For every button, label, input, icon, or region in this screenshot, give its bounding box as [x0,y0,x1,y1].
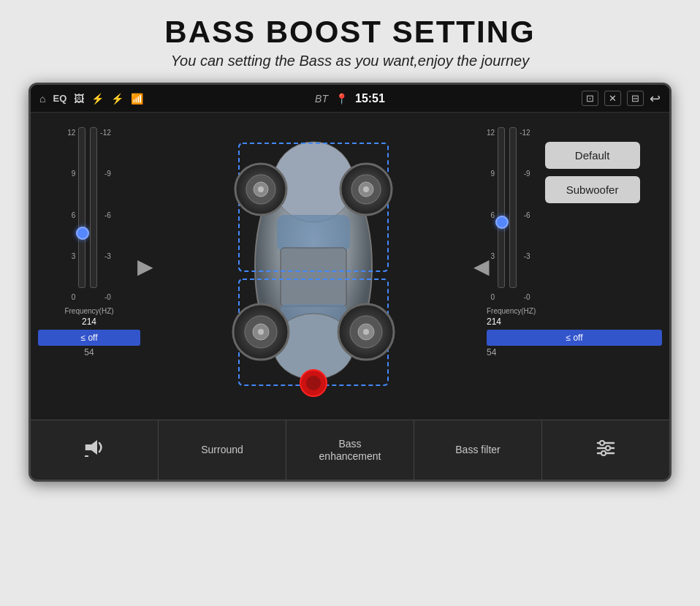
car-svg [226,135,401,398]
camera-btn[interactable]: ⊡ [582,91,598,106]
home-icon[interactable]: ⌂ [39,93,45,105]
svg-point-34 [601,451,606,455]
left-scale-labels-inner: -12 -9 -6 -3 -0 [100,127,110,303]
left-slider-section: ▶ 12 9 6 3 0 -12 - [31,113,148,420]
status-center: BT 📍 15:51 [315,92,385,105]
svg-marker-26 [86,440,97,455]
cast-btn[interactable]: ⊟ [627,91,644,106]
rscale-neg0: -0 [520,293,530,301]
nav-item-equalizer[interactable] [542,420,669,480]
left-track-1[interactable] [78,127,85,288]
header-section: BASS BOOST SETTING You can setting the B… [0,0,700,77]
nav-item-surround[interactable]: Surround [159,420,286,480]
scale-neg12: -12 [100,129,110,137]
nav-item-bass-filter[interactable]: Bass filter [414,420,542,480]
bass-filter-label: Bass filter [455,444,500,456]
right-slider-thumb[interactable] [495,216,509,229]
scale-neg6: -6 [100,211,110,219]
control-buttons: Default Subwoofer [538,142,640,203]
status-bar: ⌂ EQ 🖼 ⚡ ⚡ 📶 BT 📍 15:51 ⊡ ✕ ⊟ ↩ [31,85,669,113]
right-freq-label: Frequency(HZ) [487,307,536,315]
right-freq-value: 214 [487,317,501,327]
device-frame: ⌂ EQ 🖼 ⚡ ⚡ 📶 BT 📍 15:51 ⊡ ✕ ⊟ ↩ ▶ [28,83,672,482]
surround-label: Surround [201,444,243,456]
right-slider-section: ◀ 12 9 6 3 0 [479,113,669,420]
scale-9: 9 [67,170,75,178]
svg-point-11 [258,186,264,192]
car-image-wrapper [226,135,401,398]
svg-point-23 [363,329,369,335]
scale-3: 3 [67,252,75,260]
rscale-0: 0 [487,293,495,301]
scale-6: 6 [67,211,75,219]
back-btn[interactable]: ↩ [650,91,661,107]
nav-item-volume[interactable] [31,420,159,480]
svg-point-25 [306,376,321,390]
right-off-button[interactable]: ≤ off [487,330,662,346]
svg-point-19 [258,329,264,335]
right-slider-with-buttons: 12 9 6 3 0 -12 -9 [487,127,640,303]
main-content: ▶ 12 9 6 3 0 -12 - [31,113,669,420]
bass-enhance-label: Bass enhancement [319,438,381,463]
left-slider-thumb[interactable] [76,227,89,240]
left-arrow-right: ▶ [137,254,153,279]
right-arrow-left: ◀ [473,254,490,279]
bt-label: BT [315,93,328,105]
right-track-1[interactable] [498,127,505,288]
right-sub-value: 54 [487,347,496,357]
status-left-icons: ⌂ EQ 🖼 ⚡ ⚡ 📶 [39,93,315,105]
left-freq-value: 214 [82,317,96,327]
image-icon: 🖼 [74,93,84,105]
page-subtitle: You can setting the Bass as you want,enj… [0,53,700,69]
scale-neg3: -3 [100,252,110,260]
right-track-2[interactable] [509,127,517,288]
usb2-icon: ⚡ [111,93,123,105]
equalizer-icon [595,437,617,463]
left-off-button[interactable]: ≤ off [38,330,140,346]
rscale-neg3: -3 [520,252,530,260]
location-icon: 📍 [335,93,348,105]
rscale-12: 12 [487,129,495,137]
svg-point-32 [600,441,604,445]
volume-icon [83,436,106,464]
status-time: 15:51 [355,92,385,105]
usb1-icon: ⚡ [91,93,104,105]
rscale-6: 6 [487,211,495,219]
svg-point-33 [606,446,610,450]
rscale-9: 9 [487,170,495,178]
svg-rect-2 [277,215,350,251]
bottom-nav: Surround Bass enhancement Bass filter [31,420,669,480]
car-center [148,113,479,420]
wifi-icon: 📶 [131,93,143,105]
rscale-neg12: -12 [520,129,530,137]
eq-label[interactable]: EQ [53,93,66,104]
nav-item-bass-enhancement[interactable]: Bass enhancement [286,420,414,480]
left-dual-scale: 12 9 6 3 0 -12 -9 -6 -3 [67,127,111,303]
scale-neg0: -0 [100,293,110,301]
svg-point-15 [363,186,369,192]
left-track-2[interactable] [90,127,97,288]
left-scale-labels-outer: 12 9 6 3 0 [67,127,75,303]
left-sub-value: 54 [84,347,94,357]
status-right-icons: ⊡ ✕ ⊟ ↩ [385,91,661,107]
svg-rect-3 [281,248,346,306]
scale-0: 0 [67,293,75,301]
rscale-neg6: -6 [520,211,530,219]
right-scale-labels-inner: -12 -9 -6 -3 -0 [520,127,530,303]
default-button[interactable]: Default [545,142,640,169]
close-btn[interactable]: ✕ [604,91,621,106]
scale-neg9: -9 [100,170,110,178]
left-freq-label: Frequency(HZ) [64,307,113,315]
scale-12: 12 [67,129,75,137]
right-dual-scale: 12 9 6 3 0 -12 -9 [487,127,530,303]
page-title: BASS BOOST SETTING [0,15,700,50]
rscale-neg9: -9 [520,170,530,178]
subwoofer-button[interactable]: Subwoofer [545,176,640,203]
